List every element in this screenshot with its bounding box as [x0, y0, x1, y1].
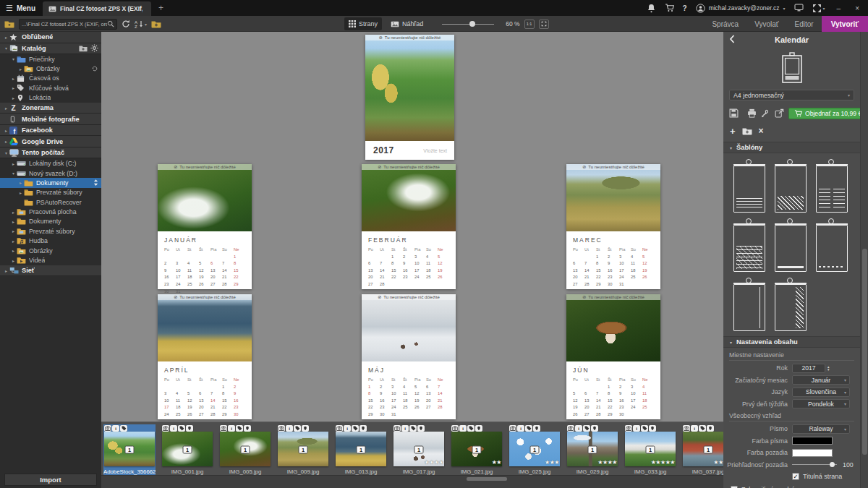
export-pdf-icon[interactable]: [761, 108, 770, 118]
tag-icon[interactable]: [178, 425, 185, 432]
sidebar-item-prevzat-s-bory[interactable]: ▸Prevzaté súbory: [0, 226, 101, 236]
module-tab-vyvolať[interactable]: Vyvolať: [746, 16, 786, 32]
color-swatch[interactable]: [792, 437, 833, 445]
pin-icon[interactable]: [359, 425, 367, 432]
menu-button[interactable]: ☰ Menu: [0, 0, 43, 16]
calendar-page-február[interactable]: ⊘Tu neumiestňujte nič dôležitéFEBRUÁRPoU…: [362, 164, 456, 289]
sort-button[interactable]: AZ ▾: [135, 20, 147, 28]
tag-icon[interactable]: [120, 425, 127, 432]
sidebar-item-dokumenty[interactable]: ▸Dokumenty: [0, 178, 101, 187]
order-button[interactable]: Objednať za 10,99 €: [788, 108, 860, 119]
tree-arrow-icon[interactable]: ▸: [3, 268, 9, 273]
tree-arrow-icon[interactable]: ▸: [10, 76, 17, 81]
tree-arrow-icon[interactable]: ▾: [10, 56, 17, 61]
sidebar-section-ob-ben-[interactable]: ▸Obľúbené: [0, 32, 101, 43]
setting-select[interactable]: Január▾: [792, 375, 850, 385]
filmstrip-item[interactable]: i1AdobeStock_356662...: [103, 424, 156, 475]
camera-icon[interactable]: [393, 425, 401, 432]
filmstrip-item[interactable]: i1★★★★IMG_017.jpg: [393, 424, 445, 475]
thumbnail-white-castle[interactable]: 1★★★★★: [625, 432, 676, 466]
zoom-1to1-button[interactable]: 1:1: [524, 20, 535, 29]
setting-select[interactable]: Pondelok▾: [792, 399, 850, 408]
sync-icon[interactable]: [91, 65, 98, 72]
filmstrip-item[interactable]: i1★★★★★IMG_033.jpg: [624, 424, 676, 475]
title-year[interactable]: 2017: [373, 145, 394, 155]
format-select[interactable]: A4 jednomesačný ▾: [729, 90, 854, 100]
sidebar-item-k-ov-slov-[interactable]: ▸Kľúčové slová: [0, 83, 101, 93]
sidebar-item-nov-svazek-d-[interactable]: ▾Nový svazek (D:): [0, 168, 101, 178]
thumbnail-red-castle[interactable]: 1★★★★: [683, 432, 723, 466]
camera-icon[interactable]: [278, 425, 285, 432]
tag-icon[interactable]: [641, 425, 648, 432]
pin-icon[interactable]: [244, 425, 251, 432]
sidebar-item-pracovn-plocha[interactable]: ▸Pracovná plocha: [0, 207, 101, 216]
filmstrip-scrollbar-thumb[interactable]: [467, 477, 507, 481]
thumbnail-waterfall2[interactable]: 1: [220, 432, 271, 466]
print-icon[interactable]: [747, 108, 757, 118]
view-pages-button[interactable]: Strany: [344, 17, 382, 30]
sidebar-item--asov-os[interactable]: ▸Časová os: [0, 74, 101, 83]
new-folder-icon[interactable]: [151, 20, 161, 28]
zoom-slider[interactable]: [442, 20, 494, 27]
tag-icon[interactable]: [699, 425, 706, 432]
pin-icon[interactable]: [649, 425, 656, 432]
pin-icon[interactable]: [475, 425, 482, 432]
sidebar-item-psautorecover[interactable]: PSAutoRecover: [0, 197, 101, 207]
sidebar-item-obr-zky[interactable]: ▸Obrázky: [0, 246, 101, 255]
content-section-header[interactable]: ▾ Nastavenia obsahu: [723, 336, 860, 348]
module-tab-editor[interactable]: Editor: [787, 16, 822, 32]
info-icon[interactable]: i: [286, 425, 293, 432]
year-spinner[interactable]: 2017▴▾: [792, 364, 830, 373]
tag-icon[interactable]: [467, 425, 475, 432]
thumbnail-meadow-hill[interactable]: 1: [278, 432, 328, 466]
sidebar-section-sie-[interactable]: ▸Sieť: [0, 265, 101, 277]
close-button[interactable]: ×: [852, 4, 862, 12]
sidebar-item-lok-lny-disk-c-[interactable]: ▸Lokálny disk (C:): [0, 158, 101, 168]
filmstrip-item[interactable]: i1IMG_005.jpg: [219, 424, 271, 475]
fullscreen-button[interactable]: ▾: [812, 4, 825, 13]
template-hatch-right[interactable]: [773, 278, 809, 331]
gear-icon[interactable]: [90, 44, 98, 52]
thumbnail-blossoms[interactable]: 1★★★: [509, 432, 560, 466]
spinner-arrows-icon[interactable]: ▴▾: [827, 365, 830, 372]
tree-arrow-icon[interactable]: ▾: [3, 150, 9, 155]
pin-icon[interactable]: [533, 425, 540, 432]
sidebar-item-dokumenty[interactable]: ▸Dokumenty: [0, 217, 101, 226]
tree-arrow-icon[interactable]: ▸: [10, 248, 17, 253]
filmstrip-item[interactable]: i1★★★★IMG_029.jpg: [566, 424, 618, 475]
help-icon[interactable]: ?: [683, 4, 687, 12]
info-icon[interactable]: i: [228, 425, 235, 432]
sidebar-section-google-drive[interactable]: ▸Google Drive: [0, 136, 101, 147]
sidebar-section-facebook[interactable]: ▸fFacebook: [0, 125, 101, 137]
tree-arrow-icon[interactable]: ▸: [17, 67, 24, 72]
tag-icon[interactable]: [294, 425, 301, 432]
calendar-page-apríl[interactable]: ⊘Tu neumiestňujte nič dôležitéAPRÍLPoUtS…: [158, 294, 252, 419]
year-value[interactable]: 2017: [792, 364, 825, 373]
path-field[interactable]: ...\Final CZ fotoset ZPS X (EXIF, order: [19, 19, 117, 30]
setting-select[interactable]: Raleway▾: [792, 424, 850, 434]
camera-icon[interactable]: [683, 425, 690, 432]
search-icon[interactable]: [107, 20, 114, 27]
view-preview-button[interactable]: Náhľad: [386, 17, 427, 30]
template-photo-hatch[interactable]: [773, 159, 809, 213]
folder-up-icon[interactable]: [4, 20, 14, 28]
show-day-names-checkbox[interactable]: ✓: [731, 486, 738, 488]
filmstrip-item[interactable]: i1★★IMG_021.jpg: [451, 424, 503, 475]
zoom-fit-button[interactable]: [539, 20, 549, 29]
back-button[interactable]: [729, 35, 735, 43]
template-photo-two-col[interactable]: [814, 159, 850, 213]
calendar-page-jún[interactable]: ⊘Tu neumiestňujte nič dôležitéJÚNPoUtStŠ…: [566, 294, 660, 419]
sidebar-item-hudba[interactable]: ▸Hudba: [0, 236, 101, 246]
tree-arrow-icon[interactable]: ▸: [10, 258, 17, 263]
tree-arrow-icon[interactable]: ▸: [10, 95, 17, 100]
thumbnail-waterfall1[interactable]: 1: [162, 432, 213, 466]
tree-arrow-icon[interactable]: ▸: [10, 85, 17, 90]
thumbnail-mushroom[interactable]: 1★★: [451, 432, 502, 466]
module-tab-správca[interactable]: Správca: [704, 16, 746, 32]
sidebar-section-mobiln-fotografie[interactable]: Mobilné fotografie: [0, 114, 101, 125]
template-photo-lines[interactable]: [731, 159, 767, 213]
cart-icon[interactable]: [665, 4, 674, 13]
camera-icon[interactable]: [104, 425, 111, 432]
thumbnail-castle-hill[interactable]: 1★★★★: [567, 432, 618, 466]
module-tab-vytvoriť[interactable]: Vytvoriť: [822, 16, 868, 32]
